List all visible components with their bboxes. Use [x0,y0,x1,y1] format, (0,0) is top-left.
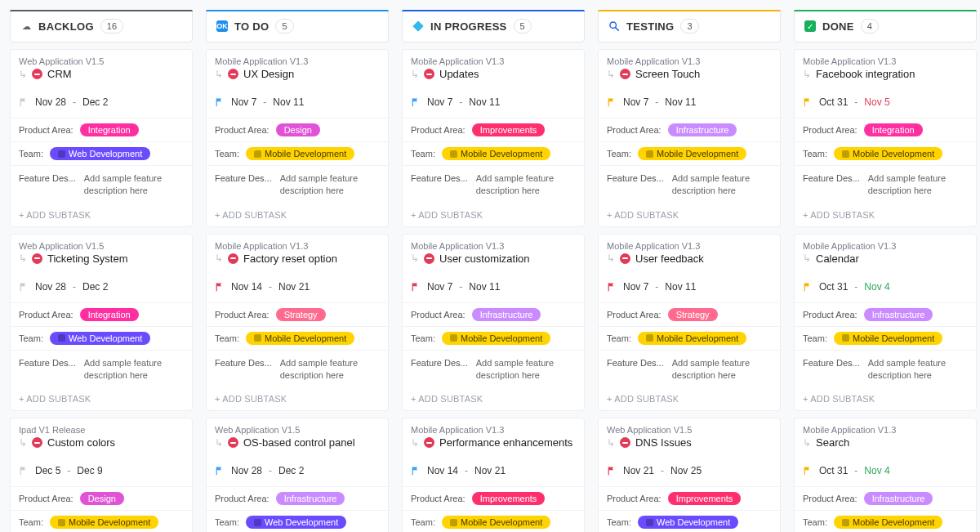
team-label: Team: [803,149,827,159]
kanban-card[interactable]: Web Application V1.5 ↳ DNS Issues Nov 21… [598,418,781,532]
feature-desc-label: Feature Des... [215,357,272,368]
team-label: Team: [803,333,827,343]
feature-desc-text[interactable]: Add sample feature description here [84,357,184,382]
add-subtask-button[interactable]: + ADD SUBTASK [403,203,584,226]
card-dates[interactable]: Nov 21 - Nov 25 [599,460,780,481]
feature-desc-text[interactable]: Add sample feature description here [672,357,772,382]
card-dates[interactable]: Nov 28 - Dec 2 [11,92,192,113]
feature-desc-text[interactable]: Add sample feature description here [476,357,576,382]
card-dates[interactable]: Nov 7 - Nov 11 [599,92,780,113]
team-label: Team: [411,517,435,527]
tag-pill[interactable]: Strategy [668,308,718,321]
add-subtask-button[interactable]: + ADD SUBTASK [207,387,388,410]
card-dates[interactable]: Dec 5 - Dec 9 [11,460,192,481]
add-subtask-button[interactable]: + ADD SUBTASK [599,203,780,226]
card-dates[interactable]: Oct 31 - Nov 5 [795,92,976,113]
tag-pill[interactable]: Web Development [50,147,150,160]
tag-pill[interactable]: Improvements [472,492,546,505]
tag-pill[interactable]: Infrastructure [276,492,345,505]
feature-desc-text[interactable]: Add sample feature description here [280,357,380,382]
kanban-card[interactable]: Web Application V1.5 ↳ OS-based control … [206,418,389,532]
kanban-card[interactable]: Ipad V1 Release ↳ Custom colors Dec 5 - … [10,418,193,532]
tag-pill[interactable]: Design [80,492,124,505]
card-dates[interactable]: Nov 7 - Nov 11 [207,92,388,113]
card-dates[interactable]: Nov 7 - Nov 11 [403,92,584,113]
feature-desc-text[interactable]: Add sample feature description here [476,172,576,197]
card-title: OS-based control panel [243,436,355,449]
tag-pill[interactable]: Web Development [638,516,738,529]
add-subtask-button[interactable]: + ADD SUBTASK [795,387,976,410]
feature-desc-text[interactable]: Add sample feature description here [280,172,380,197]
tag-pill[interactable]: Mobile Development [834,516,942,529]
card-dates[interactable]: Nov 14 - Nov 21 [403,460,584,481]
kanban-card[interactable]: Mobile Application V1.3 ↳ User customiza… [402,234,585,412]
tag-pill[interactable]: Integration [80,123,139,136]
tag-pill[interactable]: Mobile Development [638,147,746,160]
flag-icon [215,466,225,476]
tag-pill[interactable]: Infrastructure [472,308,541,321]
kanban-card[interactable]: Mobile Application V1.3 ↳ User feedback … [598,234,781,412]
tag-pill[interactable]: Mobile Development [246,147,354,160]
tag-pill[interactable]: Mobile Development [834,332,942,345]
kanban-card[interactable]: Mobile Application V1.3 ↳ Search Oct 31 … [794,418,977,532]
column-todo: OK TO DO 5 Mobile Application V1.3 ↳ UX … [206,10,389,532]
column-header[interactable]: IN PROGRESS 5 [402,10,585,42]
add-subtask-button[interactable]: + ADD SUBTASK [403,387,584,410]
tag-pill[interactable]: Infrastructure [864,492,933,505]
product-area-label: Product Area: [607,494,662,503]
date-start: Nov 21 [623,465,654,476]
card-dates[interactable]: Nov 7 - Nov 11 [599,276,780,297]
column-header[interactable]: TESTING 3 [598,10,781,42]
tag-pill[interactable]: Mobile Development [442,516,550,529]
product-area-label: Product Area: [803,494,858,503]
tag-pill[interactable]: Infrastructure [668,123,737,136]
feature-desc-text[interactable]: Add sample feature description here [672,172,772,197]
add-subtask-button[interactable]: + ADD SUBTASK [11,387,192,410]
card-dates[interactable]: Nov 14 - Nov 21 [207,276,388,297]
column-header[interactable]: ☁ BACKLOG 16 [10,10,193,42]
add-subtask-button[interactable]: + ADD SUBTASK [599,387,780,410]
add-subtask-button[interactable]: + ADD SUBTASK [11,203,192,226]
card-dates[interactable]: Nov 28 - Dec 2 [11,276,192,297]
tag-pill[interactable]: Mobile Development [834,147,942,160]
feature-desc-text[interactable]: Add sample feature description here [868,357,968,382]
card-dates[interactable]: Oct 31 - Nov 4 [795,276,976,297]
card-dates[interactable]: Nov 28 - Dec 2 [207,460,388,481]
column-header[interactable]: OK TO DO 5 [206,10,389,42]
tag-pill[interactable]: Integration [80,308,139,321]
feature-desc-text[interactable]: Add sample feature description here [84,172,184,197]
tag-pill[interactable]: Infrastructure [864,308,933,321]
feature-desc-text[interactable]: Add sample feature description here [868,172,968,197]
kanban-card[interactable]: Mobile Application V1.3 ↳ Facebook integ… [794,49,977,227]
kanban-card[interactable]: Web Application V1.5 ↳ Ticketing System … [10,234,193,412]
tag-pill[interactable]: Mobile Development [638,332,746,345]
card-title: Screen Touch [635,68,700,80]
card-title: User customization [439,253,530,265]
tag-pill[interactable]: Integration [864,123,923,136]
tag-pill[interactable]: Web Development [50,332,150,345]
kanban-card[interactable]: Mobile Application V1.3 ↳ Screen Touch N… [598,49,781,227]
product-area-label: Product Area: [411,310,466,320]
card-project: Mobile Application V1.3 [207,50,388,66]
kanban-card[interactable]: Mobile Application V1.3 ↳ Factory reset … [206,234,389,412]
date-start: Nov 28 [35,96,66,108]
add-subtask-button[interactable]: + ADD SUBTASK [795,203,976,226]
kanban-card[interactable]: Mobile Application V1.3 ↳ UX Design Nov … [206,49,389,227]
card-dates[interactable]: Oct 31 - Nov 4 [795,460,976,481]
tag-pill[interactable]: Improvements [472,123,546,136]
card-dates[interactable]: Nov 7 - Nov 11 [403,276,584,297]
kanban-card[interactable]: Mobile Application V1.3 ↳ Updates Nov 7 … [402,49,585,227]
tag-pill[interactable]: Web Development [246,516,346,529]
tag-pill[interactable]: Mobile Development [50,516,158,529]
add-subtask-button[interactable]: + ADD SUBTASK [207,203,388,226]
tag-pill[interactable]: Design [276,123,320,136]
kanban-card[interactable]: Web Application V1.5 ↳ CRM Nov 28 - Dec … [10,49,193,227]
kanban-card[interactable]: Mobile Application V1.3 ↳ Performance en… [402,418,585,532]
tag-pill[interactable]: Mobile Development [246,332,354,345]
kanban-card[interactable]: Mobile Application V1.3 ↳ Calendar Oct 3… [794,234,977,412]
tag-pill[interactable]: Mobile Development [442,332,550,345]
tag-pill[interactable]: Improvements [668,492,742,505]
tag-pill[interactable]: Mobile Development [442,147,550,160]
column-header[interactable]: ✓ DONE 4 [794,10,977,42]
tag-pill[interactable]: Strategy [276,308,326,321]
